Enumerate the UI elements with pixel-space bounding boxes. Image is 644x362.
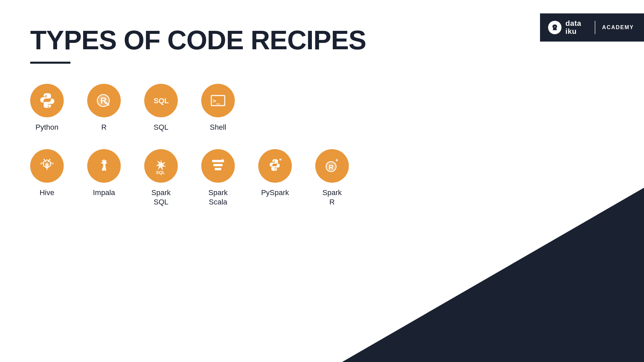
pyspark-label: PySpark xyxy=(261,188,289,198)
icon-item-python: Python xyxy=(30,84,64,132)
sparksql-label: SparkSQL xyxy=(151,188,170,207)
icon-item-hive: Hive xyxy=(30,149,64,198)
svg-point-10 xyxy=(49,159,50,160)
hive-icon-circle xyxy=(30,149,64,183)
icon-item-impala: Impala xyxy=(87,149,121,198)
page-title: TYPES OF CODE RECIPES xyxy=(30,27,614,54)
icon-item-pyspark: PySpark xyxy=(258,149,292,198)
svg-text:R: R xyxy=(329,164,334,171)
sparksql-icon-circle: SQL xyxy=(144,149,178,183)
shell-icon-circle: >_ xyxy=(201,84,235,117)
row1-icons: Python R R SQL SQL xyxy=(30,84,614,132)
svg-rect-15 xyxy=(213,164,223,166)
icon-item-r: R R xyxy=(87,84,121,132)
logo-academy: ACADEMY xyxy=(602,24,634,31)
sparkscala-icon-circle xyxy=(201,149,235,183)
icon-item-sparkr: R SparkR xyxy=(315,149,349,207)
logo-text: data iku xyxy=(566,19,581,36)
r-label: R xyxy=(101,123,107,132)
sql-label: SQL xyxy=(154,123,168,132)
sparkr-icon-circle: R xyxy=(315,149,349,183)
pyspark-icon-circle xyxy=(258,149,292,183)
sparkr-label: SparkR xyxy=(322,188,341,207)
python-label: Python xyxy=(36,123,59,132)
sparkscala-label: SparkScala xyxy=(208,188,227,207)
svg-text:SQL: SQL xyxy=(154,97,169,105)
icon-item-sparksql: SQL SparkSQL xyxy=(144,149,178,207)
icon-item-sql: SQL SQL xyxy=(144,84,178,132)
logo-divider xyxy=(595,21,595,34)
logo-box: data iku ACADEMY xyxy=(540,13,644,42)
hive-label: Hive xyxy=(40,188,54,198)
impala-label: Impala xyxy=(93,188,115,198)
impala-icon-circle xyxy=(87,149,121,183)
svg-rect-16 xyxy=(215,168,221,170)
shell-label: Shell xyxy=(210,123,226,132)
r-icon-circle: R xyxy=(87,84,121,117)
sql-icon-circle: SQL xyxy=(144,84,178,117)
python-icon-circle xyxy=(30,84,64,117)
icon-item-shell: >_ Shell xyxy=(201,84,235,132)
logo-bird-icon xyxy=(548,21,561,34)
svg-text:>_: >_ xyxy=(213,97,220,104)
row2-icons: Hive Impala SQL xyxy=(30,149,614,207)
svg-text:R: R xyxy=(100,96,107,106)
title-underline xyxy=(30,62,70,64)
svg-point-9 xyxy=(44,159,45,160)
svg-text:SQL: SQL xyxy=(156,170,165,175)
icon-item-sparkscala: SparkScala xyxy=(201,149,235,207)
